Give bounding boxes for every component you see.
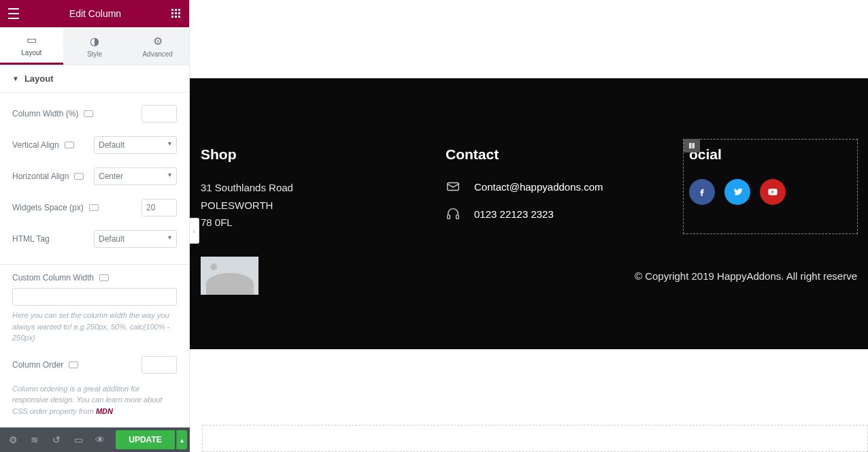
update-button[interactable]: UPDATE <box>116 430 175 449</box>
contact-heading: Contact <box>446 146 643 163</box>
new-section-dropzone[interactable] <box>202 425 868 452</box>
svg-rect-2 <box>456 215 459 219</box>
facebook-icon <box>697 187 707 197</box>
envelope-icon <box>446 179 461 194</box>
bottom-toolbar: ⚙ ≋ ↺ ▭ 👁 UPDATE ▴ <box>0 427 190 452</box>
responsive-mode-button[interactable]: ▭ <box>68 430 88 449</box>
youtube-icon <box>767 187 778 197</box>
navigator-button[interactable]: ≋ <box>24 430 45 449</box>
responsive-device-icon[interactable] <box>84 110 93 117</box>
footer-contact-column: Contact Contact@happyaddons.com 0123 221… <box>446 146 643 233</box>
tab-style[interactable]: ◑ Style <box>63 27 127 65</box>
column-order-hint: Column ordering is a great addition for … <box>12 383 177 417</box>
mdn-link[interactable]: MDN <box>96 407 113 415</box>
widgets-space-label: Widgets Space (px) <box>12 203 84 212</box>
caret-down-icon: ▼ <box>12 75 19 82</box>
contact-email: Contact@happyaddons.com <box>474 181 603 193</box>
footer-logo-placeholder[interactable] <box>201 257 258 295</box>
svg-rect-4 <box>692 143 695 148</box>
html-tag-label: HTML Tag <box>12 234 50 244</box>
footer-shop-column: Shop 31 Southlands Road POLESWORTH 78 0F… <box>201 146 405 233</box>
contact-email-row: Contact@happyaddons.com <box>446 179 643 194</box>
horizontal-align-row: Horizontal Align <box>12 161 177 192</box>
column-order-section: Column Order Column ordering is a great … <box>0 353 189 427</box>
social-icons-row <box>689 179 852 205</box>
advanced-tab-icon: ⚙ <box>153 35 163 48</box>
responsive-device-icon[interactable] <box>65 142 74 148</box>
column-edit-handle[interactable] <box>684 139 700 152</box>
sidebar-title: Edit Column <box>69 8 121 19</box>
widgets-space-row: Widgets Space (px) <box>12 192 177 223</box>
tab-advanced-label: Advanced <box>142 50 172 58</box>
tab-advanced[interactable]: ⚙ Advanced <box>126 27 189 65</box>
headphones-icon <box>446 206 461 221</box>
hamburger-menu-icon[interactable] <box>8 8 19 19</box>
panel-body: ▼ Layout Column Width (%) Vertical Align <box>0 65 189 452</box>
social-heading: ocial <box>689 140 852 163</box>
page-footer: Shop 31 Southlands Road POLESWORTH 78 0F… <box>190 78 868 349</box>
custom-width-label: Custom Column Width <box>12 273 94 282</box>
collapse-panel-handle[interactable]: ‹ <box>190 218 199 244</box>
facebook-link[interactable] <box>689 179 715 205</box>
shop-address-line1: 31 Southlands Road <box>201 179 405 197</box>
elements-grid-icon[interactable] <box>171 9 181 18</box>
responsive-device-icon[interactable] <box>74 173 84 180</box>
widgets-space-input[interactable] <box>141 199 177 216</box>
vertical-align-select[interactable] <box>94 136 177 154</box>
preview-canvas: ‹ Shop 31 Southlands Road POLESWORTH 78 … <box>190 0 868 452</box>
preview-button[interactable]: 👁 <box>90 430 110 449</box>
column-width-row: Column Width (%) <box>12 98 177 129</box>
footer-columns: Shop 31 Southlands Road POLESWORTH 78 0F… <box>201 146 857 233</box>
column-width-label: Column Width (%) <box>12 109 78 118</box>
layout-section-label: Layout <box>24 74 54 84</box>
custom-width-hint: Here you can set the column width the wa… <box>12 310 177 344</box>
responsive-device-icon[interactable] <box>69 361 78 368</box>
update-caret-button[interactable]: ▴ <box>176 430 187 449</box>
shop-address-line2: POLESWORTH <box>201 197 405 214</box>
horizontal-align-label: Horizontal Align <box>12 172 69 181</box>
tab-style-label: Style <box>87 50 102 58</box>
html-tag-row: HTML Tag <box>12 223 177 255</box>
history-button[interactable]: ↺ <box>46 430 67 449</box>
column-order-input[interactable] <box>141 356 177 374</box>
editor-tabs: ▭ Layout ◑ Style ⚙ Advanced <box>0 27 189 65</box>
vertical-align-row: Vertical Align <box>12 129 177 161</box>
sidebar-header: Edit Column <box>0 0 189 27</box>
horizontal-align-select[interactable] <box>94 167 177 185</box>
youtube-link[interactable] <box>760 179 786 205</box>
shop-address-line3: 78 0FL <box>201 214 405 231</box>
vertical-align-label: Vertical Align <box>12 140 59 150</box>
tab-layout-label: Layout <box>21 49 41 56</box>
html-tag-select[interactable] <box>94 230 177 248</box>
copyright-text: © Copyright 2019 HappyAddons. All right … <box>635 270 857 282</box>
footer-bottom-row: © Copyright 2019 HappyAddons. All right … <box>201 257 857 295</box>
contact-phone: 0123 22123 2323 <box>474 208 554 220</box>
layout-controls: Column Width (%) Vertical Align Horizont… <box>0 93 189 265</box>
responsive-device-icon[interactable] <box>89 204 99 211</box>
svg-rect-3 <box>689 143 692 148</box>
twitter-icon <box>732 187 743 197</box>
editor-sidebar: Edit Column ▭ Layout ◑ Style ⚙ Advanced … <box>0 0 190 452</box>
layout-tab-icon: ▭ <box>27 33 37 46</box>
responsive-device-icon[interactable] <box>99 274 109 281</box>
svg-rect-0 <box>448 183 459 191</box>
style-tab-icon: ◑ <box>90 35 99 48</box>
column-handle-icon <box>688 142 696 150</box>
contact-phone-row: 0123 22123 2323 <box>446 206 643 221</box>
custom-width-input[interactable] <box>12 288 177 306</box>
svg-rect-1 <box>448 215 450 219</box>
layout-section-header[interactable]: ▼ Layout <box>0 65 189 93</box>
column-width-input[interactable] <box>141 105 177 123</box>
tab-layout[interactable]: ▭ Layout <box>0 27 63 65</box>
column-order-label: Column Order <box>12 360 63 370</box>
twitter-link[interactable] <box>724 179 750 205</box>
settings-button[interactable]: ⚙ <box>3 430 23 449</box>
shop-heading: Shop <box>201 146 405 163</box>
footer-social-column[interactable]: ocial <box>684 140 857 233</box>
custom-width-section: Custom Column Width Here you can set the… <box>0 265 189 353</box>
